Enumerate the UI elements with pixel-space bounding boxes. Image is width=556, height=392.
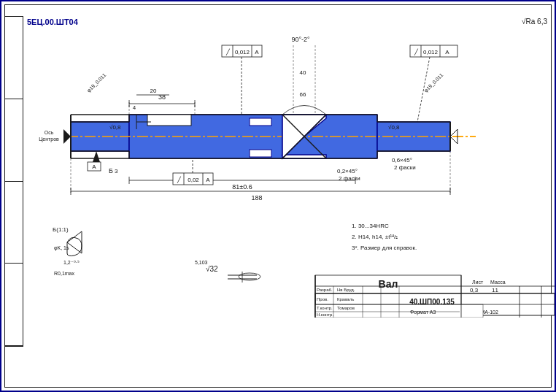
svg-marker-106 [67,231,82,253]
drawing-container: 5ЕЦ.00.ШТ04 √Ra 6,3 [0,0,556,392]
svg-text:Томаров: Томаров [337,306,355,310]
svg-text:0,2×45°: 0,2×45° [337,168,358,174]
svg-text:1,2⁻⁰·⁵: 1,2⁻⁰·⁵ [63,260,80,265]
svg-text:20: 20 [150,88,157,94]
svg-text:0,012: 0,012 [235,49,250,55]
svg-text:Формат А3: Формат А3 [410,310,436,315]
svg-text:√0,8: √0,8 [388,124,400,131]
svg-text:0,02: 0,02 [188,177,199,183]
svg-rect-31 [147,115,191,126]
svg-text:R0,1max: R0,1max [54,271,75,276]
svg-text:2. H14, h14, ±t¹⁴/₂: 2. H14, h14, ±t¹⁴/₂ [352,234,398,240]
svg-text:1. 30...34HRC: 1. 30...34HRC [352,223,389,229]
svg-text:4: 4 [133,104,136,111]
svg-text:2 фаски: 2 фаски [339,175,360,182]
svg-rect-6 [250,150,271,157]
svg-text:Центров: Центров [39,137,59,142]
svg-text:Краваль: Краваль [337,297,354,301]
svg-text:√32: √32 [206,265,218,273]
svg-text:Масса: Масса [490,280,506,285]
svg-text:90°-2°: 90°-2° [291,36,310,43]
svg-text:0,3: 0,3 [470,287,479,293]
svg-text:Б: Б [109,167,113,174]
svg-text:0,012: 0,012 [423,49,439,55]
svg-text:5,103: 5,103 [195,260,208,265]
svg-text:3*. Размер для справок.: 3*. Размер для справок. [352,245,417,251]
svg-text:A: A [445,49,449,55]
svg-text:38: 38 [158,93,166,101]
stamp-cell-3 [5,182,23,264]
svg-text:81±0.6: 81±0.6 [232,183,252,191]
svg-text:φ19_0.011: φ19_0.011 [86,72,108,94]
svg-text:Ось: Ось [45,130,54,135]
svg-text:φK, 1s: φK, 1s [54,245,69,251]
svg-text:√0,8: √0,8 [109,124,121,131]
stamp-cell-1 [5,17,23,99]
svg-text:Н.контр.: Н.контр. [317,312,333,317]
svg-text:A: A [92,164,96,170]
svg-text:A: A [255,49,259,55]
svg-text:A: A [206,177,210,183]
svg-text:188: 188 [251,194,262,201]
svg-text:Пров.: Пров. [317,297,328,301]
svg-text:0,6×45°: 0,6×45° [392,157,412,164]
svg-text:Лист: Лист [472,280,484,285]
svg-marker-60 [63,129,71,144]
svg-rect-5 [250,118,271,126]
stamp-cell-2 [5,99,23,182]
svg-text:Разраб.: Разраб. [317,288,333,292]
svg-text:Т.контр.: Т.контр. [317,306,333,310]
svg-text:Б(1:1): Б(1:1) [53,226,69,233]
stamp-cell-4 [5,264,23,346]
svg-text:2 фаски: 2 фаски [394,164,416,171]
svg-text:╱: ╱ [177,176,182,183]
svg-text:Нв Бруд.: Нв Бруд. [337,288,355,292]
svg-text:40: 40 [300,69,306,76]
svg-text:66: 66 [300,91,306,98]
main-drawing: 188 81±0.6 38 20 4 3 A Б Ось Центров [23,16,555,318]
svg-text:11: 11 [492,287,498,293]
svg-text:╱: ╱ [414,48,419,55]
svg-text:3: 3 [115,168,118,174]
svg-text:Вал: Вал [379,278,398,290]
left-stamps [4,16,23,347]
svg-marker-54 [93,151,100,162]
svg-text:╱: ╱ [225,48,231,55]
